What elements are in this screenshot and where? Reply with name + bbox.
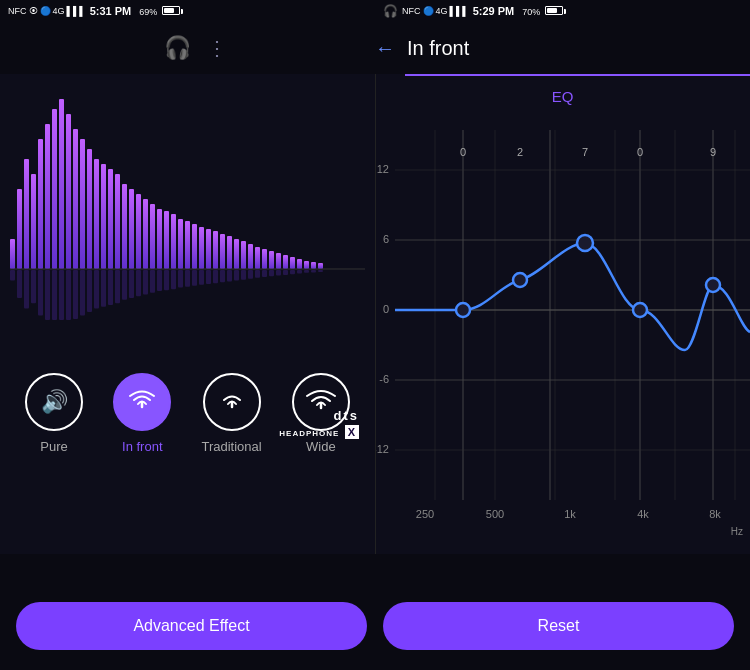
svg-rect-19 [73, 270, 78, 319]
status-bar-left: NFC ⦿ 🔵 4G ▌▌▌ 5:31 PM 69% [0, 0, 375, 22]
header-right: ← In front [375, 37, 734, 60]
svg-rect-52 [192, 224, 197, 269]
svg-rect-36 [136, 194, 141, 269]
svg-text:0: 0 [637, 146, 643, 158]
traditional-icon [218, 389, 246, 416]
svg-rect-37 [136, 270, 141, 296]
svg-rect-28 [108, 169, 113, 269]
svg-rect-12 [52, 109, 57, 269]
svg-rect-30 [115, 174, 120, 269]
svg-text:4k: 4k [637, 508, 649, 520]
status-icons-left: NFC ⦿ 🔵 4G ▌▌▌ [8, 6, 86, 16]
status-time-right: 5:29 PM [473, 5, 515, 17]
svg-rect-27 [101, 270, 106, 307]
battery-icon-right [545, 6, 563, 15]
eq-tab[interactable]: EQ [375, 74, 750, 110]
svg-rect-18 [73, 129, 78, 269]
svg-text:2: 2 [517, 146, 523, 158]
svg-point-121 [633, 303, 647, 317]
status-icons-right: NFC 🔵 4G ▌▌▌ [402, 6, 469, 16]
eq-chart-svg: 12 6 0 -6 -12 0 2 7 0 9 250 500 1k 4k [375, 110, 750, 554]
svg-rect-84 [304, 261, 309, 269]
svg-rect-89 [318, 270, 323, 272]
svg-rect-54 [199, 227, 204, 269]
speaker-icon: 🔊 [41, 389, 68, 415]
svg-rect-32 [122, 184, 127, 269]
svg-rect-53 [192, 270, 197, 286]
status-bar-right: 🎧 NFC 🔵 4G ▌▌▌ 5:29 PM 70% [375, 0, 750, 22]
traditional-mode-button[interactable] [203, 373, 261, 431]
svg-text:0: 0 [460, 146, 466, 158]
svg-rect-34 [129, 189, 134, 269]
svg-rect-22 [87, 149, 92, 269]
back-button[interactable]: ← [375, 37, 395, 60]
svg-rect-5 [24, 270, 29, 309]
eq-chart[interactable]: 12 6 0 -6 -12 0 2 7 0 9 250 500 1k 4k [375, 110, 750, 554]
svg-rect-1 [10, 270, 15, 281]
visualizer-container [0, 74, 375, 394]
panel-divider [375, 74, 376, 554]
svg-text:8k: 8k [709, 508, 721, 520]
svg-rect-63 [227, 270, 232, 282]
svg-rect-21 [80, 270, 85, 316]
svg-rect-33 [122, 270, 127, 300]
battery-icon-left [162, 6, 180, 15]
svg-rect-41 [150, 270, 155, 293]
app-header: 🎧 ⋮ ← In front [0, 22, 750, 74]
svg-rect-47 [171, 270, 176, 289]
svg-rect-76 [276, 253, 281, 269]
mode-infront: In front [113, 373, 171, 454]
menu-dots-icon[interactable]: ⋮ [207, 36, 227, 60]
svg-rect-66 [241, 241, 246, 269]
left-panel: dts HEADPHONE X 🔊 Pure In fron [0, 74, 375, 554]
svg-rect-75 [269, 270, 274, 276]
svg-rect-16 [66, 114, 71, 269]
svg-rect-80 [290, 257, 295, 269]
page-title: In front [407, 37, 469, 60]
svg-rect-64 [234, 239, 239, 269]
infront-mode-button[interactable] [113, 373, 171, 431]
svg-point-119 [513, 273, 527, 287]
svg-text:250: 250 [416, 508, 434, 520]
svg-rect-11 [45, 270, 50, 320]
svg-rect-70 [255, 247, 260, 269]
advanced-effect-label: Advanced Effect [133, 617, 249, 635]
svg-text:-12: -12 [375, 443, 389, 455]
pure-mode-label: Pure [40, 439, 67, 454]
svg-point-118 [456, 303, 470, 317]
svg-rect-38 [143, 199, 148, 269]
svg-rect-24 [94, 159, 99, 269]
advanced-effect-button[interactable]: Advanced Effect [16, 602, 367, 650]
svg-rect-71 [255, 270, 260, 278]
svg-text:9: 9 [710, 146, 716, 158]
svg-rect-26 [101, 164, 106, 269]
svg-rect-78 [283, 255, 288, 269]
pure-mode-button[interactable]: 🔊 [25, 373, 83, 431]
svg-rect-45 [164, 270, 169, 290]
svg-rect-72 [262, 249, 267, 269]
svg-rect-20 [80, 139, 85, 269]
svg-rect-49 [178, 270, 183, 288]
svg-rect-79 [283, 270, 288, 275]
mode-traditional: Traditional [201, 373, 261, 454]
svg-text:6: 6 [383, 233, 389, 245]
svg-rect-15 [59, 270, 64, 320]
svg-text:1k: 1k [564, 508, 576, 520]
svg-rect-7 [31, 270, 36, 303]
svg-rect-69 [248, 270, 253, 279]
headphone-icon: 🎧 [164, 35, 191, 61]
eq-tab-label: EQ [552, 88, 574, 105]
header-left: 🎧 ⋮ [16, 35, 375, 61]
svg-point-120 [577, 235, 593, 251]
svg-rect-50 [185, 221, 190, 269]
svg-rect-3 [17, 270, 22, 298]
mode-buttons-container: 🔊 Pure In front [0, 373, 375, 454]
wide-mode-button[interactable] [292, 373, 350, 431]
traditional-mode-label: Traditional [201, 439, 261, 454]
right-panel: EQ [375, 74, 750, 554]
svg-rect-29 [108, 270, 113, 305]
reset-button[interactable]: Reset [383, 602, 734, 650]
svg-rect-68 [248, 244, 253, 269]
svg-rect-58 [213, 231, 218, 269]
svg-rect-67 [241, 270, 246, 280]
